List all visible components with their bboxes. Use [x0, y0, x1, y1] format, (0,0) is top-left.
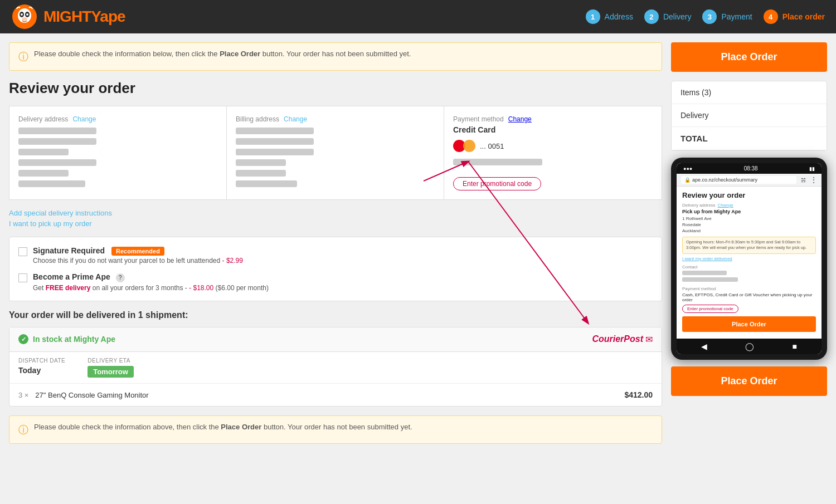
phone-place-order-button[interactable]: Place Order: [682, 316, 816, 332]
order-summary: Items (3) Delivery TOTAL: [671, 81, 827, 151]
step-address[interactable]: 1 Address: [586, 9, 633, 24]
prime-option-row: Become a Prime Ape ? Get FREE delivery o…: [18, 272, 653, 292]
step-2-label: Delivery: [663, 12, 692, 21]
change-billing-link[interactable]: Change: [284, 115, 307, 123]
phone-square-icon[interactable]: ■: [792, 342, 796, 351]
step-4-circle: 4: [764, 9, 778, 24]
prime-help-icon[interactable]: ?: [116, 273, 125, 282]
prime-checkbox[interactable]: [18, 273, 27, 282]
card-number: ... 0051: [480, 142, 504, 150]
product-info: 3 × 27" BenQ Console Gaming Monitor: [18, 390, 149, 399]
payment-method-col: Payment method Change Credit Card ... 00…: [444, 106, 662, 199]
payment-type: Credit Card: [453, 125, 653, 134]
signature-checkbox[interactable]: [18, 247, 27, 256]
alert-icon: ⓘ: [18, 50, 28, 63]
summary-total-row: TOTAL: [672, 127, 827, 150]
step-3-circle: 3: [702, 9, 717, 24]
summary-total-label: TOTAL: [681, 134, 708, 143]
delivery-name-blurred: [18, 128, 96, 134]
phone-signal-icon: ●●●: [683, 166, 692, 172]
dispatch-date-col: DISPATCH DATE Today: [18, 358, 65, 378]
place-order-top-button[interactable]: Place Order: [671, 42, 827, 72]
courier-post: CourierPost ✉: [592, 334, 653, 345]
phone-payment-text: Cash, EFTPOS, Credit Card or Gift Vouche…: [682, 292, 816, 302]
billing-address-col: Billing address Change: [227, 106, 444, 199]
delivery-address-col: Delivery address Change: [9, 106, 227, 199]
billing-street2-blurred: [236, 149, 314, 155]
step-2-circle: 2: [644, 9, 659, 24]
billing-address-label: Billing address Change: [236, 115, 435, 123]
shipment-header: ✓ In stock at Mighty Ape CourierPost ✉: [9, 327, 662, 352]
summary-items-label: Items (3): [681, 88, 711, 97]
bottom-alert-banner: ⓘ Please double check the information ab…: [9, 415, 662, 444]
product-price: $412.00: [624, 390, 653, 399]
delivery-street-blurred: [18, 138, 96, 145]
phone-pickup-address: 1 Rothwell Ave Rosedale Auckland: [682, 216, 816, 234]
step-4-label: Place order: [782, 12, 825, 21]
top-alert-banner: ⓘ Please double check the information be…: [9, 42, 662, 71]
phone-pickup-name: Pick up from Mighty Ape: [682, 209, 816, 214]
address-section: Delivery address Change Billing address …: [9, 106, 662, 200]
phone-nav-bar: ◀ ◯ ■: [677, 339, 822, 354]
card-row: ... 0051: [453, 139, 653, 153]
delivery-phone-blurred: [18, 180, 85, 187]
pickup-link[interactable]: I want to pick up my order: [9, 219, 662, 228]
phone-battery-icon: ▮▮: [809, 166, 815, 172]
place-order-bottom-button[interactable]: Place Order: [671, 366, 827, 396]
delivery-eta-col: DELIVERY ETA Tomorrow: [88, 358, 134, 378]
billing-city-blurred: [236, 159, 286, 166]
prime-option-content: Become a Prime Ape ? Get FREE delivery o…: [33, 272, 269, 292]
in-stock-label: ✓ In stock at Mighty Ape: [18, 334, 115, 344]
phone-order-delivered-link[interactable]: I want my order delivered: [682, 256, 816, 261]
change-delivery-link[interactable]: Change: [72, 115, 96, 123]
delivery-suburb-blurred: [18, 149, 69, 155]
phone-tab-icon: ☵: [801, 177, 806, 183]
check-circle-icon: ✓: [18, 334, 28, 344]
phone-home-icon[interactable]: ◯: [745, 342, 754, 351]
billing-name-blurred: [236, 128, 314, 134]
signature-label: Signature Required: [33, 246, 105, 255]
dispatch-label: DISPATCH DATE: [18, 358, 65, 364]
phone-change-link[interactable]: Change: [718, 203, 733, 208]
phone-screen: ●●● 08:38 ▮▮ 🔒 ape.co.nz/checkout/summar…: [677, 163, 822, 354]
phone-promo-link[interactable]: Enter promotional code: [682, 305, 738, 313]
card-expiry-blurred: [453, 159, 542, 165]
payment-method-label: Payment method Change: [453, 115, 653, 123]
phone-url-bar: 🔒 ape.co.nz/checkout/summary: [681, 176, 796, 184]
bottom-alert-text: Please double check the information abov…: [34, 423, 412, 431]
phone-browser-bar: 🔒 ape.co.nz/checkout/summary ☵ ⋮: [677, 174, 822, 187]
phone-contact-label: Contact: [682, 265, 816, 270]
signature-option-content: Signature Required Recommended Choose th…: [33, 246, 243, 265]
product-name: 27" BenQ Console Gaming Monitor: [35, 391, 148, 399]
phone-contact-email-blurred: [682, 277, 738, 282]
step-3-label: Payment: [721, 12, 752, 21]
phone-status-bar: ●●● 08:38 ▮▮: [677, 163, 822, 174]
svg-point-5: [26, 13, 28, 16]
svg-point-6: [22, 17, 27, 21]
mastercard-icon: [453, 139, 475, 153]
step-place-order[interactable]: 4 Place order: [764, 9, 825, 24]
phone-back-icon[interactable]: ◀: [701, 342, 707, 351]
logo-text: MIGHTYape: [43, 8, 125, 26]
phone-contact-name-blurred: [682, 271, 727, 275]
summary-delivery-row: Delivery: [672, 104, 827, 127]
dispatch-row: DISPATCH DATE Today DELIVERY ETA Tomorro…: [9, 352, 662, 384]
recommended-badge: Recommended: [111, 247, 164, 256]
special-delivery-link[interactable]: Add special delivery instructions: [9, 209, 662, 217]
lock-icon: 🔒: [684, 177, 691, 183]
phone-content: Review your order Delivery address Chang…: [677, 187, 822, 339]
step-1-circle: 1: [586, 9, 600, 24]
logo: MIGHTYape: [11, 3, 125, 30]
shipment-box: ✓ In stock at Mighty Ape CourierPost ✉ D…: [9, 327, 662, 407]
options-box: Signature Required Recommended Choose th…: [9, 237, 662, 301]
phone-opening-hours: Opening hours: Mon-Fri 8:30am to 5:30pm …: [682, 237, 816, 254]
product-qty: 3 ×: [18, 391, 28, 399]
step-payment[interactable]: 3 Payment: [702, 9, 752, 24]
prime-label: Become a Prime Ape: [33, 272, 110, 281]
step-delivery[interactable]: 2 Delivery: [644, 9, 692, 24]
phone-delivery-label: Delivery address Change: [682, 203, 816, 208]
dispatch-value: Today: [18, 366, 65, 375]
change-payment-link[interactable]: Change: [508, 115, 532, 123]
checkout-steps: 1 Address 2 Delivery 3 Payment 4 Place o…: [586, 9, 825, 24]
promo-code-link[interactable]: Enter promotional code: [453, 177, 541, 190]
